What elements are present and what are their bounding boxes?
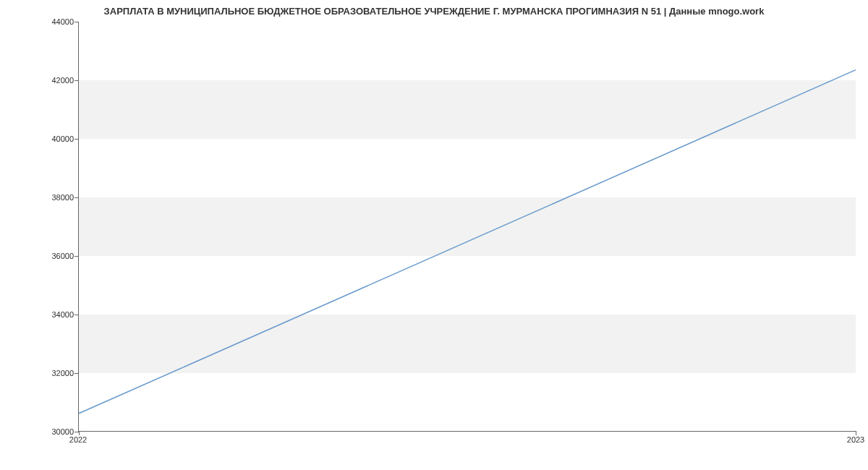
- x-axis-label: 2022: [69, 435, 87, 444]
- svg-line-0: [79, 70, 856, 414]
- y-axis-label: 32000: [51, 369, 74, 377]
- x-axis-label: 2023: [847, 435, 864, 444]
- y-axis-label: 40000: [51, 134, 74, 143]
- data-line: [79, 22, 856, 431]
- chart-title: ЗАРПЛАТА В МУНИЦИПАЛЬНОЕ БЮДЖЕТНОЕ ОБРАЗ…: [0, 6, 868, 17]
- plot-area: [78, 22, 856, 432]
- y-axis-label: 42000: [51, 76, 74, 85]
- y-axis-label: 36000: [51, 252, 74, 260]
- y-axis-label: 38000: [51, 193, 74, 202]
- y-axis-label: 34000: [51, 310, 74, 319]
- y-axis-label: 44000: [51, 17, 74, 26]
- chart-container: ЗАРПЛАТА В МУНИЦИПАЛЬНОЕ БЮДЖЕТНОЕ ОБРАЗ…: [0, 0, 868, 470]
